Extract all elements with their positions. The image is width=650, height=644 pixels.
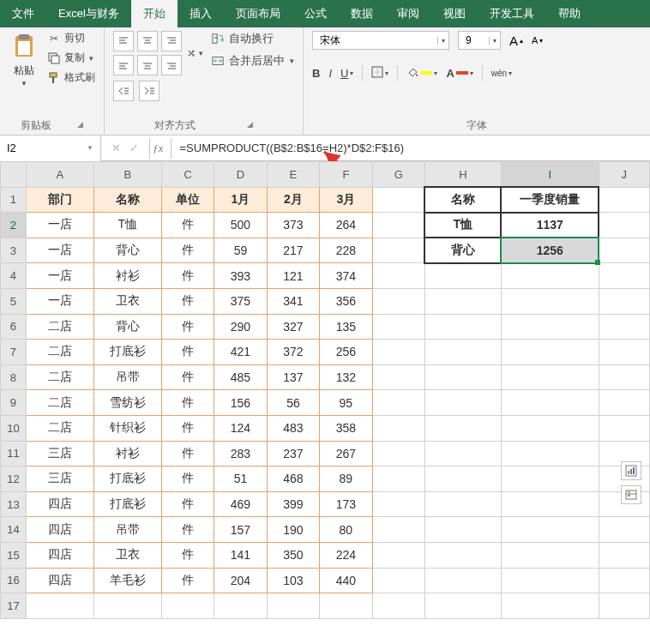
table-cell-m1[interactable]: 469: [214, 491, 267, 517]
table-cell-dept[interactable]: 二店: [26, 364, 93, 390]
cell[interactable]: [372, 314, 424, 340]
cell[interactable]: [372, 238, 424, 263]
query-cell-name[interactable]: 背心: [424, 238, 501, 263]
cell[interactable]: [424, 441, 501, 466]
cell[interactable]: [93, 593, 161, 619]
table-cell-m3[interactable]: 80: [320, 517, 372, 543]
cell[interactable]: [372, 415, 424, 441]
tab-formulas[interactable]: 公式: [292, 0, 339, 27]
table-cell-dept[interactable]: 二店: [26, 415, 93, 441]
cell[interactable]: [424, 364, 501, 390]
tab-help[interactable]: 帮助: [546, 0, 593, 27]
table-cell-m1[interactable]: 156: [214, 390, 267, 416]
row-header[interactable]: 8: [1, 364, 27, 390]
table-cell-name[interactable]: 卫衣: [93, 542, 161, 568]
table-cell-m1[interactable]: 485: [214, 364, 267, 390]
table-cell-unit[interactable]: 件: [161, 288, 214, 314]
bold-button[interactable]: B: [312, 67, 320, 80]
column-header-E[interactable]: E: [267, 162, 319, 188]
table-cell-name[interactable]: 吊带: [93, 517, 161, 543]
column-header-F[interactable]: F: [320, 162, 372, 188]
font-name-combo[interactable]: 宋体 ▾: [312, 31, 449, 50]
table-cell-m3[interactable]: 224: [320, 542, 372, 568]
cell[interactable]: [599, 238, 649, 263]
row-header[interactable]: 4: [1, 263, 27, 289]
cell[interactable]: [424, 466, 501, 492]
cell[interactable]: [501, 263, 599, 289]
row-header[interactable]: 3: [1, 238, 27, 263]
cell[interactable]: [372, 517, 424, 543]
table-cell-name[interactable]: 衬衫: [93, 263, 161, 289]
cell[interactable]: [599, 288, 649, 314]
paste-button[interactable]: 粘贴 ▼: [9, 31, 39, 87]
table-cell-m2[interactable]: 483: [267, 415, 319, 441]
row-header[interactable]: 2: [1, 213, 27, 238]
font-color-button[interactable]: A ▾: [446, 67, 472, 80]
table-cell-name[interactable]: 卫衣: [93, 288, 161, 314]
table-cell-dept[interactable]: 一店: [26, 288, 93, 314]
table-header-dept[interactable]: 部门: [26, 187, 93, 213]
tab-custom[interactable]: Excel与财务: [46, 0, 131, 27]
clipboard-dialog-launcher[interactable]: ◢: [77, 120, 83, 129]
column-header-I[interactable]: I: [501, 162, 599, 188]
cell[interactable]: [372, 364, 424, 390]
copy-button[interactable]: 复制 ▾: [48, 51, 95, 65]
cell[interactable]: [267, 593, 319, 619]
cell[interactable]: [501, 517, 599, 543]
table-cell-unit[interactable]: 件: [161, 441, 214, 466]
row-header[interactable]: 5: [1, 288, 27, 314]
table-cell-m2[interactable]: 237: [267, 441, 319, 466]
cell[interactable]: [599, 213, 649, 238]
table-cell-unit[interactable]: 件: [161, 415, 214, 441]
cell[interactable]: [26, 593, 93, 619]
table-cell-dept[interactable]: 一店: [26, 213, 93, 238]
table-cell-m2[interactable]: 350: [267, 542, 319, 568]
cell[interactable]: [501, 466, 599, 492]
cell[interactable]: [424, 517, 501, 543]
table-cell-m1[interactable]: 141: [214, 542, 267, 568]
table-cell-m2[interactable]: 372: [267, 340, 319, 365]
column-header-H[interactable]: H: [424, 162, 501, 188]
cell[interactable]: [372, 390, 424, 416]
formula-input[interactable]: =SUMPRODUCT((B$2:B$16=H2)*D$2:F$16): [172, 141, 650, 154]
table-cell-m1[interactable]: 157: [214, 517, 267, 543]
table-cell-unit[interactable]: 件: [161, 364, 214, 390]
table-header-unit[interactable]: 单位: [161, 187, 214, 213]
row-header[interactable]: 14: [1, 517, 27, 543]
cell[interactable]: [599, 568, 649, 593]
row-header[interactable]: 13: [1, 491, 27, 517]
cell[interactable]: [424, 593, 501, 619]
table-cell-m1[interactable]: 51: [214, 466, 267, 492]
cell[interactable]: [372, 441, 424, 466]
table-cell-m2[interactable]: 327: [267, 314, 319, 340]
underline-button[interactable]: U▾: [340, 67, 353, 80]
table-cell-m3[interactable]: 89: [320, 466, 372, 492]
fx-icon[interactable]: ƒx: [150, 141, 164, 155]
table-cell-m3[interactable]: 173: [320, 491, 372, 517]
table-cell-unit[interactable]: 件: [161, 568, 214, 593]
cell[interactable]: [599, 187, 649, 213]
table-cell-m3[interactable]: 358: [320, 415, 372, 441]
row-header[interactable]: 15: [1, 542, 27, 568]
table-cell-dept[interactable]: 四店: [26, 568, 93, 593]
table-cell-m2[interactable]: 341: [267, 288, 319, 314]
align-top-center[interactable]: [137, 31, 158, 51]
row-header[interactable]: 7: [1, 340, 27, 365]
table-cell-name[interactable]: 打底衫: [93, 466, 161, 492]
cell[interactable]: [424, 288, 501, 314]
row-header[interactable]: 17: [1, 593, 27, 619]
table-cell-dept[interactable]: 二店: [26, 340, 93, 365]
table-cell-m2[interactable]: 190: [267, 517, 319, 543]
spreadsheet-grid[interactable]: ABCDEFGHIJ1部门名称单位1月2月3月名称一季度销量2一店T恤件5003…: [0, 161, 650, 644]
cell[interactable]: [501, 390, 599, 416]
table-cell-unit[interactable]: 件: [161, 263, 214, 289]
table-cell-name[interactable]: 打底衫: [93, 340, 161, 365]
query-header-qty[interactable]: 一季度销量: [501, 187, 599, 213]
table-cell-m3[interactable]: 356: [320, 288, 372, 314]
table-cell-unit[interactable]: 件: [161, 542, 214, 568]
tab-file[interactable]: 文件: [0, 0, 46, 27]
table-cell-m1[interactable]: 375: [214, 288, 267, 314]
cell[interactable]: [501, 340, 599, 365]
cancel-formula-icon[interactable]: ✕: [111, 141, 121, 154]
cell[interactable]: [599, 415, 649, 441]
